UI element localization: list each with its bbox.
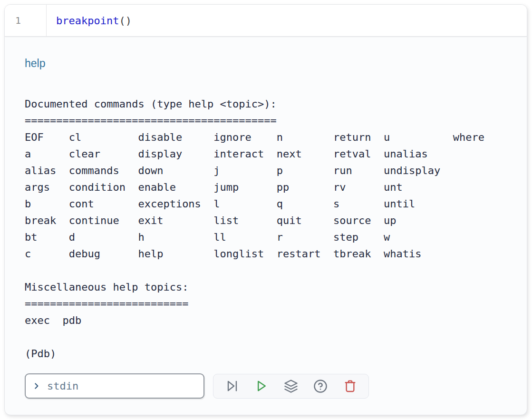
stack-button[interactable]	[276, 375, 306, 398]
clear-button[interactable]	[335, 375, 365, 398]
code-punctuation: ()	[119, 15, 132, 27]
echoed-command: help	[25, 58, 507, 69]
stdin-box[interactable]	[25, 373, 204, 399]
play-icon	[255, 379, 269, 393]
code-keyword: breakpoint	[56, 15, 119, 27]
page: 1 breakpoint() help Documented commands …	[0, 0, 532, 420]
editor-gutter: 1	[5, 5, 47, 36]
console-toolbar	[213, 374, 369, 399]
question-circle-icon	[313, 379, 328, 393]
play-skip-forward-icon	[225, 379, 239, 393]
layers-icon	[284, 379, 298, 393]
stdin-input[interactable]	[46, 380, 197, 392]
console-controls	[25, 373, 507, 399]
trash-icon	[343, 379, 357, 393]
code-line[interactable]: breakpoint()	[47, 5, 132, 36]
ide-card: 1 breakpoint() help Documented commands …	[4, 4, 527, 415]
editor-pane: 1 breakpoint()	[5, 5, 527, 37]
pdb-help-output: Documented commands (type help <topic>):…	[25, 96, 507, 362]
line-number: 1	[15, 15, 21, 26]
skip-to-end-button[interactable]	[217, 375, 247, 398]
console-pane: help Documented commands (type help <top…	[5, 37, 527, 399]
chevron-right-icon	[32, 382, 40, 390]
run-button[interactable]	[247, 375, 276, 398]
help-button[interactable]	[306, 375, 335, 398]
